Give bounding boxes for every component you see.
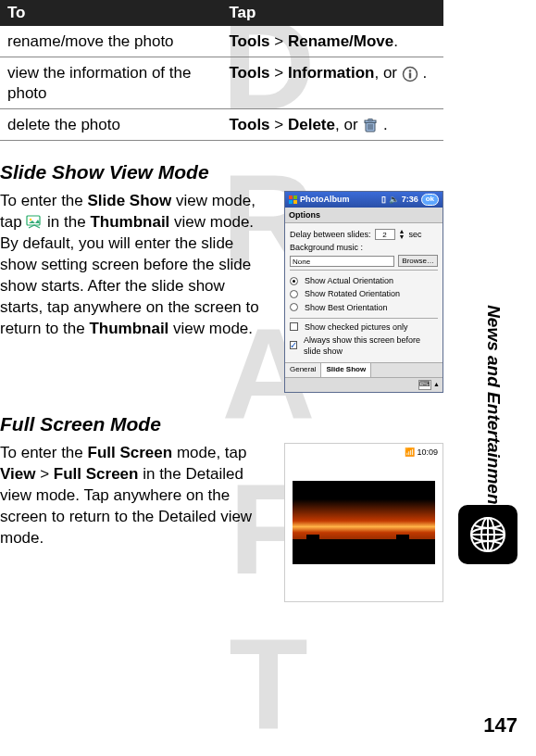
or-text: , or bbox=[335, 116, 362, 133]
cell-left: delete the photo bbox=[0, 108, 222, 140]
bold-slideshow: Slide Show bbox=[88, 192, 172, 209]
t: To enter the bbox=[0, 444, 88, 461]
gt: > bbox=[270, 116, 288, 133]
tab-general[interactable]: General bbox=[285, 363, 321, 377]
tab-slideshow[interactable]: Slide Show bbox=[321, 363, 371, 377]
svg-rect-2 bbox=[409, 72, 411, 78]
heading-fullscreen: Full Screen Mode bbox=[0, 413, 443, 435]
options-dialog-screenshot: PhotoAlbum ▯ 🔈 7:36 ok Options Delay bet… bbox=[284, 191, 443, 393]
dialog-title: Options bbox=[285, 208, 443, 223]
app-name: PhotoAlbum bbox=[300, 194, 350, 205]
cmd-delete: Delete bbox=[288, 116, 335, 133]
delay-label: Delay between slides: bbox=[290, 229, 371, 240]
page-number: 147 bbox=[483, 713, 517, 737]
cell-right: Tools > Information, or . bbox=[222, 57, 444, 109]
cell-right: Tools > Delete, or . bbox=[222, 108, 444, 140]
trash-icon bbox=[362, 117, 379, 133]
gt: > bbox=[270, 32, 288, 50]
bold-fullscreen: Full Screen bbox=[88, 444, 173, 461]
clock-time: 7:36 bbox=[402, 194, 418, 205]
delay-unit: sec bbox=[409, 229, 422, 240]
signal-icon: ▯ bbox=[381, 194, 386, 205]
period: . bbox=[393, 32, 398, 50]
radio-best[interactable] bbox=[290, 303, 298, 311]
cell-right: Tools > Rename/Move. bbox=[222, 26, 444, 57]
check-checked-only[interactable] bbox=[290, 322, 298, 331]
spin-arrows-icon[interactable]: ▲▼ bbox=[399, 229, 405, 240]
cell-left: view the information of the photo bbox=[0, 57, 222, 109]
gt: > bbox=[270, 64, 288, 82]
fs-time: 10:09 bbox=[417, 447, 438, 458]
speaker-icon: 🔈 bbox=[389, 194, 399, 205]
svg-point-1 bbox=[408, 69, 411, 72]
globe-badge bbox=[458, 505, 517, 564]
radio-label: Show Actual Orientation bbox=[305, 275, 393, 286]
cmd-rename: Rename/Move bbox=[288, 32, 393, 50]
bold-view: View bbox=[0, 465, 35, 483]
radio-actual[interactable] bbox=[290, 277, 298, 285]
svg-rect-13 bbox=[289, 200, 293, 204]
check-label: Always show this screen before slide sho… bbox=[304, 334, 438, 357]
t: mode, tap bbox=[172, 444, 246, 461]
bold-thumb2: Thumbnail bbox=[89, 320, 168, 337]
tools-label: Tools bbox=[230, 32, 270, 50]
th-tap: Tap bbox=[222, 0, 444, 26]
windows-flag-icon bbox=[289, 195, 297, 204]
signal-icon: 📶 bbox=[405, 447, 415, 458]
table-row: view the information of the photo Tools … bbox=[0, 57, 443, 109]
t: > bbox=[35, 465, 53, 483]
delay-spinner[interactable]: 2 bbox=[375, 229, 395, 240]
globe-icon bbox=[467, 514, 508, 555]
keyboard-icon[interactable]: ⌨ bbox=[418, 380, 431, 390]
fullscreen-screenshot: 📶10:09 bbox=[284, 443, 443, 602]
radio-label: Show Rotated Orientation bbox=[305, 288, 400, 299]
or-text: , or bbox=[374, 64, 401, 82]
bold-thumb: Thumbnail bbox=[90, 213, 169, 231]
end: . bbox=[418, 64, 427, 82]
check-always-show[interactable] bbox=[290, 341, 297, 349]
commands-table: To Tap rename/move the photo Tools > Ren… bbox=[0, 0, 443, 141]
tools-label: Tools bbox=[230, 116, 270, 133]
info-icon bbox=[402, 66, 418, 82]
t: To enter the bbox=[0, 192, 88, 209]
svg-point-10 bbox=[30, 219, 31, 220]
t: in the bbox=[47, 213, 90, 231]
cell-left: rename/move the photo bbox=[0, 26, 222, 57]
slideshow-text: To enter the Slide Show view mode, tap i… bbox=[0, 191, 271, 342]
slideshow-icon bbox=[26, 215, 43, 230]
check-label: Show checked pictures only bbox=[305, 321, 408, 333]
tools-label: Tools bbox=[230, 64, 270, 82]
table-row: delete the photo Tools > Delete, or . bbox=[0, 108, 443, 140]
svg-rect-12 bbox=[293, 195, 297, 199]
heading-slideshow: Slide Show View Mode bbox=[0, 161, 443, 183]
th-to: To bbox=[0, 0, 222, 26]
radio-rotated[interactable] bbox=[290, 290, 298, 298]
bold-fullscreen2: Full Screen bbox=[54, 465, 139, 483]
svg-rect-14 bbox=[293, 200, 297, 204]
t: view mode. bbox=[168, 320, 253, 337]
bgm-label: Background music : bbox=[290, 242, 438, 253]
table-row: rename/move the photo Tools > Rename/Mov… bbox=[0, 26, 443, 57]
chevron-up-icon[interactable]: ▲ bbox=[433, 380, 440, 390]
fullscreen-text: To enter the Full Screen mode, tap View … bbox=[0, 443, 271, 551]
section-tab-label: News and Entertainment bbox=[483, 305, 504, 510]
end: . bbox=[379, 116, 387, 133]
sunset-image bbox=[293, 481, 435, 564]
ok-button[interactable]: ok bbox=[421, 194, 439, 206]
svg-rect-11 bbox=[289, 195, 293, 199]
bgm-select[interactable]: None bbox=[290, 256, 394, 267]
cmd-info: Information bbox=[288, 64, 375, 82]
svg-rect-5 bbox=[368, 120, 372, 121]
t: view mode. By default, you will enter th… bbox=[0, 213, 259, 337]
radio-label: Show Best Orientation bbox=[305, 302, 388, 313]
browse-button[interactable]: Browse… bbox=[398, 255, 438, 267]
